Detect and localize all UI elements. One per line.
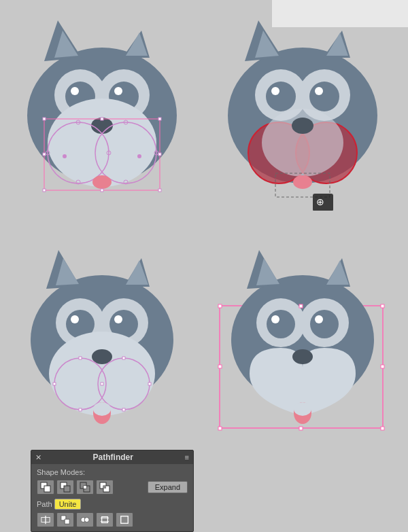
quadrant-4 bbox=[207, 238, 405, 448]
svg-point-24 bbox=[92, 175, 112, 189]
svg-rect-29 bbox=[43, 153, 46, 156]
outline-btn[interactable] bbox=[116, 512, 133, 527]
svg-rect-32 bbox=[101, 189, 103, 192]
exclude-btn[interactable] bbox=[96, 480, 114, 495]
canvas: ⊕ bbox=[0, 0, 408, 532]
trim-btn[interactable] bbox=[56, 512, 74, 527]
svg-rect-74 bbox=[122, 357, 125, 359]
svg-point-41 bbox=[266, 82, 296, 111]
path-row: Path Unite bbox=[37, 499, 188, 510]
svg-rect-98 bbox=[381, 365, 384, 368]
svg-point-44 bbox=[315, 87, 323, 95]
panel-title: Pathfinder bbox=[93, 453, 133, 462]
svg-point-43 bbox=[271, 87, 279, 95]
svg-rect-26 bbox=[43, 118, 46, 120]
svg-point-90 bbox=[315, 315, 323, 323]
svg-point-87 bbox=[267, 310, 295, 338]
merge-btn[interactable] bbox=[76, 512, 94, 527]
svg-point-65 bbox=[114, 315, 122, 323]
svg-point-91 bbox=[292, 349, 313, 364]
intersect-btn[interactable] bbox=[76, 480, 94, 495]
quadrant-3 bbox=[7, 238, 204, 448]
svg-point-11 bbox=[48, 99, 156, 187]
svg-point-10 bbox=[114, 87, 122, 95]
panel-body: Shape Modes: Expand bbox=[31, 464, 193, 531]
panel-header[interactable]: ✕ Pathfinder ≡ bbox=[31, 450, 193, 464]
svg-point-9 bbox=[71, 87, 79, 95]
quadrant-2: ⊕ bbox=[207, 7, 405, 217]
panel-menu-icon[interactable]: ≡ bbox=[185, 453, 189, 461]
svg-rect-71 bbox=[101, 383, 103, 385]
fox-svg-1 bbox=[7, 7, 197, 211]
unite-mode-btn[interactable] bbox=[37, 480, 54, 495]
svg-rect-108 bbox=[84, 486, 86, 489]
svg-rect-33 bbox=[158, 189, 161, 192]
divide-btn[interactable] bbox=[37, 512, 54, 527]
svg-rect-99 bbox=[218, 427, 222, 430]
fox-svg-4 bbox=[207, 238, 398, 442]
pathfinder-panel: ✕ Pathfinder ≡ Shape Modes: bbox=[31, 450, 194, 532]
quadrant-1 bbox=[7, 7, 204, 217]
svg-rect-31 bbox=[43, 189, 46, 192]
svg-rect-115 bbox=[65, 519, 69, 524]
svg-rect-121 bbox=[121, 516, 129, 524]
svg-rect-103 bbox=[44, 486, 50, 492]
fox-svg-3 bbox=[7, 238, 197, 442]
expand-button[interactable]: Expand bbox=[148, 481, 188, 493]
svg-rect-94 bbox=[218, 304, 222, 308]
panel-drag-handle: ✕ bbox=[35, 453, 41, 462]
shape-modes-label: Shape Modes: bbox=[37, 468, 188, 476]
svg-point-42 bbox=[309, 82, 339, 111]
crop-btn[interactable] bbox=[96, 512, 114, 527]
minus-front-btn[interactable] bbox=[56, 480, 74, 495]
svg-rect-95 bbox=[299, 304, 303, 308]
svg-point-50 bbox=[292, 118, 313, 134]
svg-rect-76 bbox=[122, 408, 125, 411]
svg-rect-30 bbox=[158, 153, 161, 156]
pathfinder-buttons-row bbox=[37, 512, 188, 527]
svg-rect-75 bbox=[79, 408, 82, 411]
svg-rect-105 bbox=[64, 486, 70, 492]
svg-point-93 bbox=[294, 402, 311, 416]
path-label: Path bbox=[37, 500, 52, 508]
svg-text:⊕: ⊕ bbox=[316, 196, 324, 207]
svg-point-67 bbox=[92, 349, 112, 364]
svg-rect-27 bbox=[101, 118, 103, 120]
svg-rect-70 bbox=[53, 383, 56, 385]
fox-svg-2: ⊕ bbox=[207, 7, 398, 211]
svg-rect-101 bbox=[381, 427, 384, 430]
svg-rect-111 bbox=[103, 486, 106, 489]
svg-rect-72 bbox=[148, 383, 151, 385]
svg-rect-73 bbox=[79, 357, 82, 359]
svg-rect-100 bbox=[299, 427, 303, 430]
svg-rect-97 bbox=[218, 365, 222, 368]
shape-modes-row: Expand bbox=[37, 480, 188, 495]
svg-point-64 bbox=[71, 315, 79, 323]
svg-point-22 bbox=[63, 154, 67, 158]
svg-rect-96 bbox=[381, 304, 384, 308]
svg-point-88 bbox=[310, 310, 339, 338]
svg-point-51 bbox=[293, 175, 312, 189]
svg-point-89 bbox=[271, 315, 279, 323]
svg-point-23 bbox=[137, 154, 141, 158]
svg-point-78 bbox=[93, 402, 111, 416]
unite-tooltip[interactable]: Unite bbox=[54, 499, 82, 510]
svg-rect-28 bbox=[158, 118, 161, 120]
svg-point-117 bbox=[84, 518, 89, 522]
